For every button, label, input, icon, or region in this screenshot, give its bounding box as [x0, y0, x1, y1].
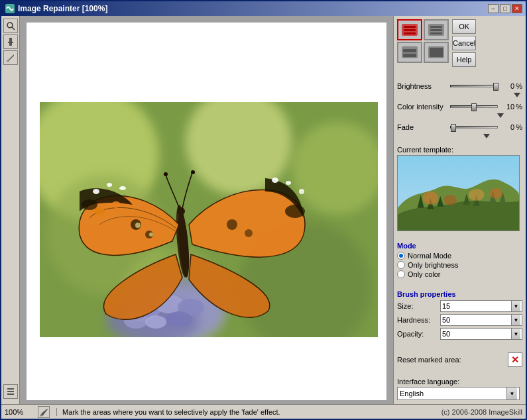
brush-style-3[interactable]: [397, 42, 422, 63]
svg-point-33: [299, 189, 304, 194]
close-button[interactable]: ✕: [512, 4, 522, 13]
brightness-pct: %: [516, 82, 522, 90]
title-bar: Image Repainter [100%] – □ ✕: [1, 1, 526, 16]
language-dropdown-arrow[interactable]: ▼: [506, 388, 517, 399]
opacity-row: Opacity: 50 ▼: [397, 328, 522, 340]
main-window: Image Repainter [100%] – □ ✕: [0, 0, 527, 420]
template-preview: [397, 155, 520, 231]
color-intensity-pct: %: [516, 103, 522, 111]
ok-button[interactable]: OK: [452, 19, 476, 34]
svg-point-41: [245, 229, 253, 237]
language-value: English: [400, 390, 424, 397]
maximize-button[interactable]: □: [500, 4, 510, 13]
top-controls: OK Cancel Help: [397, 19, 522, 70]
brightness-value: 0: [498, 82, 514, 90]
svg-point-60: [469, 189, 485, 201]
action-buttons: OK Cancel Help: [452, 19, 476, 67]
window-title: Image Repainter [100%]: [18, 4, 107, 13]
hardness-select[interactable]: 50 ▼: [440, 314, 522, 326]
fade-track: [450, 126, 498, 129]
color-intensity-thumb[interactable]: [471, 103, 477, 111]
svg-point-31: [272, 178, 278, 183]
svg-rect-5: [7, 388, 14, 390]
svg-point-28: [94, 207, 105, 215]
svg-rect-47: [404, 32, 416, 34]
svg-point-26: [107, 183, 112, 187]
svg-rect-54: [403, 54, 416, 57]
brush-tool[interactable]: [3, 50, 18, 65]
cancel-button[interactable]: Cancel: [452, 36, 476, 50]
template-label: Current template:: [397, 146, 522, 154]
svg-point-36: [164, 172, 168, 176]
status-copyright: (c) 2006-2008 ImageSkill: [441, 408, 522, 416]
size-row: Size: 15 ▼: [397, 300, 522, 312]
main-content: OK Cancel Help Brightness 0 %: [1, 16, 526, 404]
brush-style-2[interactable]: [424, 19, 449, 40]
brightness-row: Brightness 0 %: [397, 81, 522, 91]
color-intensity-value: 10: [498, 103, 514, 111]
svg-rect-51: [430, 32, 442, 34]
svg-point-25: [93, 189, 99, 194]
reset-button[interactable]: ✕: [508, 352, 522, 367]
opacity-select[interactable]: 50 ▼: [440, 328, 522, 340]
size-select[interactable]: 15 ▼: [440, 300, 522, 312]
brush-properties-section: Brush properties Size: 15 ▼ Hardness: 50…: [397, 290, 522, 342]
hardness-dropdown-arrow[interactable]: ▼: [511, 315, 520, 325]
mode-normal-label: Normal Mode: [408, 252, 451, 260]
fade-label: Fade: [397, 123, 450, 131]
color-intensity-slider-container[interactable]: [450, 101, 498, 112]
canvas-area: [20, 16, 393, 404]
reset-label: Reset marked area:: [397, 356, 508, 364]
opacity-value: 50: [442, 330, 450, 338]
hardness-row: Hardness: 50 ▼: [397, 314, 522, 326]
svg-point-61: [489, 188, 502, 199]
help-button[interactable]: Help: [452, 52, 476, 67]
svg-rect-6: [7, 394, 14, 395]
fade-thumb[interactable]: [451, 124, 456, 132]
pan-tool[interactable]: [3, 34, 18, 49]
mode-brightness-row: Only brightness: [397, 261, 522, 269]
svg-rect-46: [404, 29, 416, 31]
brightness-label: Brightness: [397, 82, 450, 90]
fade-slider-container[interactable]: [450, 122, 498, 132]
brush-style-1[interactable]: [397, 19, 422, 40]
svg-point-29: [111, 201, 121, 208]
image-canvas: [40, 102, 378, 337]
svg-rect-53: [403, 49, 416, 52]
svg-point-3: [7, 60, 9, 62]
minimize-button[interactable]: –: [488, 4, 498, 13]
svg-point-37: [191, 170, 195, 174]
svg-rect-49: [430, 26, 442, 28]
zoom-tool[interactable]: [3, 19, 18, 33]
svg-point-22: [145, 315, 166, 329]
reset-row: Reset marked area: ✕: [397, 352, 522, 367]
language-select[interactable]: English ▼: [397, 387, 520, 400]
brightness-triangle-indicator: [514, 93, 520, 97]
svg-point-62: [40, 414, 42, 416]
svg-point-40: [227, 219, 237, 230]
svg-point-24: [82, 199, 97, 210]
fade-row: Fade 0 %: [397, 122, 522, 132]
mode-normal-radio[interactable]: [397, 252, 405, 260]
brush-style-buttons: [397, 19, 449, 70]
color-intensity-label: Color intensity: [397, 103, 450, 111]
svg-point-59: [443, 195, 457, 205]
brightness-track: [450, 85, 498, 87]
size-dropdown-arrow[interactable]: ▼: [511, 301, 520, 311]
opacity-dropdown-arrow[interactable]: ▼: [511, 329, 520, 339]
mode-brightness-radio[interactable]: [397, 261, 405, 269]
brightness-thumb[interactable]: [493, 83, 498, 91]
brightness-slider-container[interactable]: [450, 81, 498, 91]
svg-point-21: [166, 311, 192, 327]
canvas[interactable]: [27, 23, 386, 400]
svg-point-32: [286, 181, 291, 185]
svg-point-42: [135, 223, 141, 228]
hardness-label: Hardness:: [397, 316, 440, 324]
settings-tool[interactable]: [3, 384, 18, 399]
language-section: Interface language: English ▼: [397, 378, 522, 400]
brush-style-4[interactable]: [424, 42, 449, 63]
mode-color-radio[interactable]: [397, 270, 405, 278]
svg-rect-56: [430, 48, 443, 57]
mode-color-label: Only color: [408, 270, 441, 278]
svg-point-43: [149, 233, 153, 236]
